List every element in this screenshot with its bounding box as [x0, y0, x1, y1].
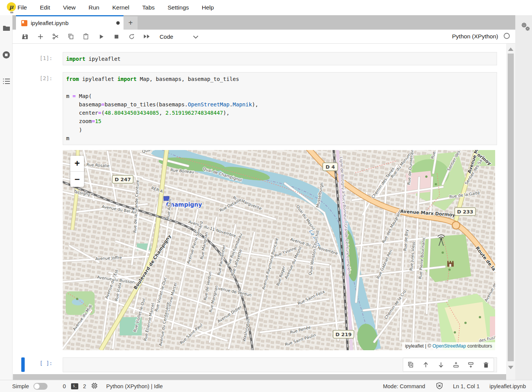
tab-ipyleaflet[interactable]: ipyleaflet.ipynb	[16, 15, 124, 30]
code-token: Map, basemaps, basemap_to_tiles	[136, 76, 239, 82]
code-token: ipyleaflet	[79, 76, 117, 82]
kernel-chip-icon	[91, 383, 98, 390]
menu-bar: µ File Edit View Run Kernel Tabs Setting…	[0, 0, 532, 15]
right-panel	[515, 15, 532, 380]
code-token: ),	[223, 110, 230, 116]
terminal-icon: $_	[71, 383, 78, 389]
trust-shield-icon[interactable]	[436, 382, 443, 390]
code-token: 2.5191962748348447	[165, 110, 223, 116]
restart-run-all-button[interactable]	[139, 31, 154, 42]
vertical-scrollbar[interactable]	[506, 44, 515, 380]
cell-1-input[interactable]: import ipyleaflet	[63, 52, 497, 65]
code-token: basemap_to_tiles(basemaps.	[104, 101, 188, 107]
cell-3-prompt: [ ]:	[13, 360, 63, 366]
menu-tabs[interactable]: Tabs	[136, 0, 161, 15]
map-canvas: ChampignyLa MarneLigne de Bobigny à Sucy…	[63, 150, 495, 350]
cell-1-prompt: [1]:	[13, 55, 63, 61]
cell-type-value: Code	[160, 33, 173, 40]
tab-bar: ipyleaflet.ipynb +	[13, 15, 515, 30]
code-token: (	[101, 110, 104, 116]
kernels-count[interactable]: 2	[83, 383, 86, 389]
scroll-up-arrow-icon[interactable]	[508, 47, 513, 51]
menu-file[interactable]: File	[17, 0, 33, 15]
terminals-count[interactable]: 0	[63, 383, 66, 389]
svg-text:D 233: D 233	[457, 209, 473, 215]
move-cell-up-button[interactable]	[419, 359, 432, 371]
delete-cell-button[interactable]	[480, 359, 492, 371]
run-cell-button[interactable]	[93, 31, 109, 42]
duplicate-cell-button[interactable]	[404, 359, 417, 371]
code-token: ),	[252, 101, 258, 107]
status-bar: Simple 0 $_ 2 Python (XPython) | Idle Mo…	[0, 380, 532, 392]
cut-cells-button[interactable]	[48, 31, 63, 42]
menu-settings[interactable]: Settings	[161, 0, 195, 15]
code-token: from	[66, 76, 79, 82]
cursor-position[interactable]: Ln 1, Col 1	[453, 383, 480, 389]
app-logo-lightbulb-icon[interactable]: µ	[7, 2, 17, 14]
code-token: =	[92, 118, 95, 124]
menu-edit[interactable]: Edit	[33, 0, 57, 15]
command-mode-indicator[interactable]: Mode: Command	[383, 383, 425, 389]
kernel-name[interactable]: Python (XPython)	[452, 33, 498, 40]
kernel-zone: Python (XPython)	[452, 33, 515, 41]
cell-2-input[interactable]: from ipyleaflet import Map, basemaps, ba…	[63, 72, 497, 145]
road-ref-badge: D 4	[323, 163, 337, 171]
code-token: m	[66, 93, 73, 99]
code-token: Map(	[76, 93, 92, 99]
zoom-out-button[interactable]: −	[70, 172, 84, 187]
stop-kernel-button[interactable]	[109, 31, 124, 42]
status-filename: ipyleaflet.ipynb	[489, 383, 532, 389]
scroll-down-arrow-icon[interactable]	[508, 366, 513, 369]
menu-run[interactable]: Run	[82, 0, 106, 15]
road-ref-badge: D 247	[112, 175, 133, 183]
table-of-contents-icon[interactable]	[0, 74, 13, 89]
menu-view[interactable]: View	[57, 0, 82, 15]
left-activity-bar	[0, 15, 13, 380]
simple-mode-toggle[interactable]	[33, 383, 48, 390]
svg-text:D 4: D 4	[326, 164, 335, 170]
openstreetmap-link[interactable]: OpenStreetMap	[432, 343, 466, 349]
move-cell-down-button[interactable]	[434, 359, 447, 371]
zoom-in-button[interactable]: +	[70, 156, 84, 172]
notebook-toolbar: Code Python (XPython)	[13, 30, 515, 44]
svg-text:D 247: D 247	[115, 177, 131, 182]
settings-gears-icon[interactable]	[521, 22, 530, 33]
tab-title: ipyleaflet.ipynb	[31, 20, 116, 26]
cell-toolbar	[403, 358, 494, 372]
insert-cell-button[interactable]	[33, 31, 48, 42]
leaflet-map-output[interactable]: ChampignyLa MarneLigne de Bobigny à Sucy…	[63, 150, 495, 350]
notebook-file-icon	[21, 20, 27, 26]
unsaved-dot-icon[interactable]	[116, 21, 120, 25]
menu-help[interactable]: Help	[195, 0, 220, 15]
insert-cell-below-button[interactable]	[464, 359, 477, 371]
copy-cells-button[interactable]	[63, 31, 78, 42]
menu-items: File Edit View Run Kernel Tabs Settings …	[0, 0, 220, 15]
code-token: =	[101, 101, 104, 107]
code-token: ,	[159, 110, 165, 116]
scrollbar-thumb[interactable]	[508, 54, 514, 361]
code-token: ipyleaflet	[86, 56, 121, 62]
code-token: center	[66, 110, 98, 116]
paste-cells-button[interactable]	[78, 31, 93, 42]
code-token: import	[66, 56, 86, 62]
restart-kernel-button[interactable]	[124, 31, 139, 42]
code-token: m	[66, 135, 69, 141]
menu-kernel[interactable]: Kernel	[106, 0, 136, 15]
running-kernels-icon[interactable]	[0, 47, 13, 62]
road-ref-badge: D 233	[455, 208, 476, 216]
code-token: basemap	[66, 101, 101, 107]
code-token: zoom	[66, 118, 92, 124]
cell-type-dropdown[interactable]: Code	[160, 33, 198, 40]
castle-icon	[447, 261, 454, 267]
kernel-status-indicator-icon[interactable]	[504, 33, 510, 41]
file-browser-icon[interactable]	[0, 21, 13, 36]
new-tab-button[interactable]: +	[124, 16, 138, 30]
map-attribution: ipyleaflet | © OpenStreetMap contributor…	[402, 342, 495, 350]
save-button[interactable]	[17, 31, 33, 42]
code-token: import	[117, 76, 137, 82]
code-token: OpenStreetMap	[188, 101, 230, 107]
notebook-panel: [1]: import ipyleaflet [2]: from ipyleaf…	[13, 44, 506, 374]
horizontal-scrollbar[interactable]	[13, 374, 506, 380]
insert-cell-above-button[interactable]	[450, 359, 462, 371]
code-token: )	[66, 127, 82, 133]
